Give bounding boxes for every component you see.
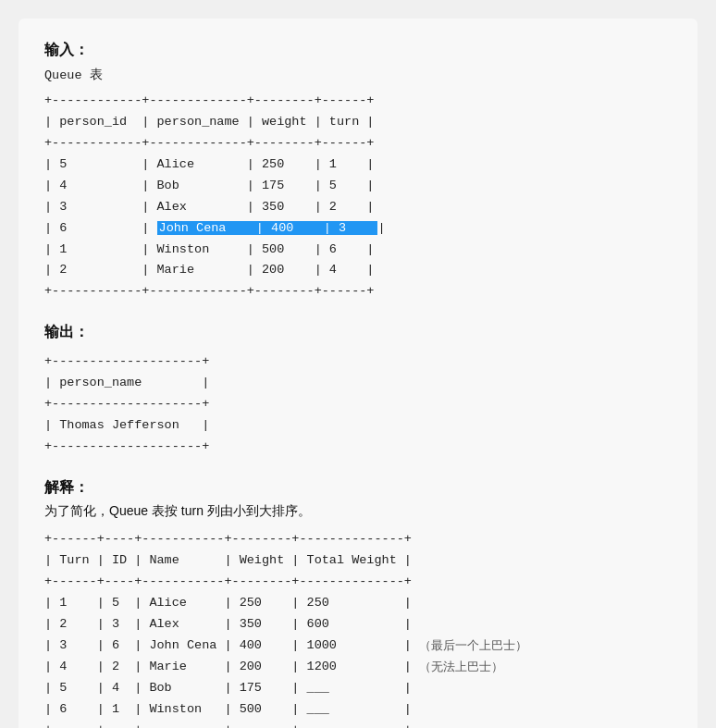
output-border-bottom: +--------------------+	[44, 437, 209, 458]
explanation-text: 为了简化，Queue 表按 turn 列由小到大排序。	[44, 503, 672, 520]
input-subtitle: Queue 表	[44, 66, 672, 87]
input-title: 输入：	[44, 41, 672, 60]
output-border-mid: +--------------------+	[44, 394, 209, 415]
note-last-bus: （最后一个上巴士）	[419, 637, 527, 654]
output-row: | Thomas Jefferson |	[44, 415, 209, 437]
output-table: +--------------------+ | person_name | +…	[44, 352, 209, 458]
table-row: | 1 | Winston | 500 | 6 |	[44, 240, 386, 261]
table-row: | 3 | 6 | John Cena | 400 | 1000 | （最后一个…	[44, 635, 527, 657]
explanation-section: 解释： 为了简化，Queue 表按 turn 列由小到大排序。 +------+…	[44, 478, 672, 728]
exp-header: | Turn | ID | Name | Weight | Total Weig…	[44, 550, 527, 572]
note-cannot-board: （无法上巴士）	[419, 659, 503, 675]
table-row: | 2 | Marie | 200 | 4 |	[44, 260, 386, 281]
table-row: | 4 | Bob | 175 | 5 |	[44, 176, 386, 197]
output-header: | person_name |	[44, 373, 209, 394]
input-header: | person_id | person_name | weight | tur…	[44, 112, 386, 133]
exp-border-bottom: +------+----+-----------+--------+------…	[44, 720, 527, 728]
table-row: | 4 | 2 | Marie | 200 | 1200 | （无法上巴士）	[44, 657, 527, 678]
output-border-top: +--------------------+	[44, 352, 209, 373]
input-border-mid: +------------+-------------+--------+---…	[44, 133, 386, 154]
output-title: 输出：	[44, 323, 672, 342]
explanation-table: +------+----+-----------+--------+------…	[44, 529, 527, 728]
table-row: | 6 | 1 | Winston | 500 | ___ |	[44, 699, 527, 721]
explanation-title: 解释：	[44, 478, 672, 498]
table-row: | 1 | 5 | Alice | 250 | 250 |	[44, 593, 527, 614]
table-row: | 5 | Alice | 250 | 1 |	[44, 154, 386, 176]
input-border-top: +------------+-------------+--------+---…	[44, 91, 386, 112]
exp-border-top: +------+----+-----------+--------+------…	[44, 529, 527, 550]
table-row: | 5 | 4 | Bob | 175 | ___ |	[44, 678, 527, 699]
input-border-bottom: +------------+-------------+--------+---…	[44, 281, 386, 302]
input-section: 输入： Queue 表 +------------+-------------+…	[44, 41, 672, 312]
exp-border-mid: +------+----+-----------+--------+------…	[44, 572, 527, 593]
input-table: +------------+-------------+--------+---…	[44, 91, 386, 302]
table-row: | 3 | Alex | 350 | 2 |	[44, 197, 386, 218]
main-container: 输入： Queue 表 +------------+-------------+…	[19, 19, 697, 728]
table-row-highlight: | 6 | John Cena | 400 | 3 |	[44, 218, 386, 240]
highlight-cell: John Cena | 400 | 3	[157, 221, 378, 235]
output-section: 输出： +--------------------+ | person_name…	[44, 323, 672, 467]
table-row: | 2 | 3 | Alex | 350 | 600 |	[44, 614, 527, 635]
